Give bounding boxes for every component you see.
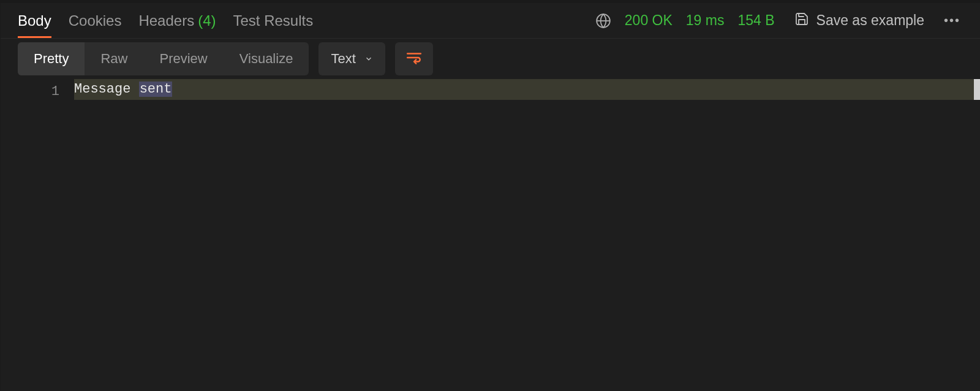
view-raw[interactable]: Raw [85,42,143,75]
tab-cookies-label: Cookies [69,12,122,29]
copy-response-button[interactable] [907,51,922,67]
tab-body[interactable]: Body [18,3,51,38]
wrap-icon [406,51,422,67]
view-pretty[interactable]: Pretty [18,42,85,75]
tab-test-results[interactable]: Test Results [233,3,313,38]
selection: sent [139,82,173,97]
tab-cookies[interactable]: Cookies [69,3,122,38]
tab-headers[interactable]: Headers (4) [138,3,216,38]
more-actions-button[interactable]: ••• [941,13,963,28]
body-format-select[interactable]: Text [318,42,385,75]
status-code: 200 OK [625,12,673,29]
ellipsis-icon: ••• [944,13,960,27]
code-line[interactable]: Message sent [74,79,980,100]
line-number: 1 [1,82,59,102]
chevron-down-icon [364,51,373,67]
status-size: 154 B [737,12,774,29]
save-as-example-label: Save as example [816,12,924,29]
tab-headers-label: Headers [138,12,194,29]
view-visualize[interactable]: Visualize [224,42,309,75]
code-text: Message sent [74,82,172,97]
body-view-segment: Pretty Raw Preview Visualize [18,42,309,75]
response-tabs-row: Body Cookies Headers (4) Test Results 20… [1,3,980,39]
save-as-example-button[interactable]: Save as example [794,12,924,30]
network-icon[interactable] [595,13,611,29]
response-status-group: 200 OK 19 ms 154 B Save as example ••• [595,12,963,30]
line-gutter: 1 [1,79,74,391]
wrap-lines-button[interactable] [395,42,433,75]
code-area[interactable]: Message sent [74,79,980,391]
response-body-editor[interactable]: 1 Message sent [1,79,980,391]
status-time: 19 ms [686,12,725,29]
tab-body-label: Body [18,12,51,29]
view-preview[interactable]: Preview [143,42,223,75]
tab-tests-label: Test Results [233,12,313,29]
body-toolbar: Pretty Raw Preview Visualize Text [1,39,980,79]
tab-headers-count: (4) [198,12,216,29]
scrollbar[interactable] [969,79,980,391]
save-icon [794,12,809,30]
body-format-label: Text [331,51,355,67]
search-response-button[interactable] [941,51,957,67]
